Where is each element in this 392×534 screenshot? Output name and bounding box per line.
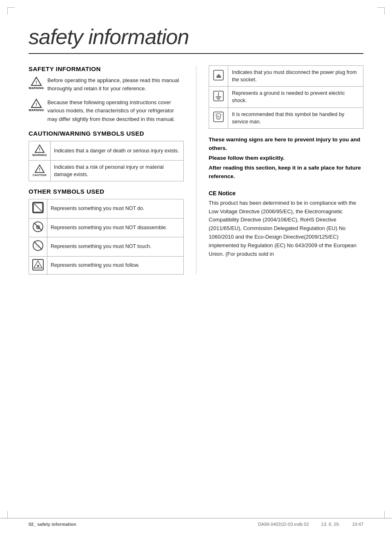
page: safety information SAFETY INFORMATION ! <box>0 0 392 534</box>
no-touch-svg: ☞ <box>32 240 44 251</box>
power-plug-icon-cell: ⏏ <box>209 66 228 87</box>
right-column: ⏏ Indicates that you must disconnect the… <box>196 65 363 275</box>
page-title: safety information <box>29 25 363 54</box>
warning-symbol: ! WARNING <box>32 144 47 157</box>
service-row: ✎ It is recommended that this symbol be … <box>209 107 363 128</box>
warning-label-2: WARNING <box>29 109 44 112</box>
warning-row: ! WARNING Indicates that a danger of dea… <box>29 141 184 160</box>
no-do-icon-cell <box>29 199 47 219</box>
page-footer: 02_ safety information DA99-04031D-03.in… <box>0 518 392 527</box>
ground-text: Represents a ground is needed to prevent… <box>228 87 363 107</box>
caution-icon-cell: ! CAUTION <box>29 160 51 181</box>
must-follow-text: Represents something you must follow. <box>47 256 184 275</box>
warning-icon-1: ! WARNING <box>29 76 44 89</box>
no-touch-icon-cell: ☞ <box>29 237 47 257</box>
caution-row: ! CAUTION Indicates that a risk of perso… <box>29 160 184 181</box>
warning-triangle-2: ! <box>31 98 42 108</box>
ce-notice-heading: CE Notice <box>209 190 363 197</box>
svg-text:!: ! <box>39 168 40 172</box>
warning-triangle-1: ! <box>31 76 42 86</box>
service-icon-cell: ✎ <box>209 107 228 128</box>
warning-line1: These warning signs are here to prevent … <box>209 135 363 153</box>
power-plug-text: Indicates that you must disconnect the p… <box>228 66 363 87</box>
caution-triangle-icon: ! <box>34 164 45 173</box>
safety-text-2: Because these following operating instru… <box>47 98 184 123</box>
ce-notice-text: This product has been determined to be i… <box>209 199 363 259</box>
ground-row: Represents a ground is needed to prevent… <box>209 87 363 107</box>
no-do-icon <box>32 202 44 213</box>
svg-line-9 <box>34 204 42 212</box>
corner-br <box>377 511 385 518</box>
footer-date: 13. 6. 29. <box>321 522 340 527</box>
no-touch-row: ☞ Represents something you must NOT touc… <box>29 237 184 257</box>
footer-right: DA99-04031D-03.indb 02 13. 6. 29. 10:47 <box>258 522 363 527</box>
safety-item-1: ! WARNING Before operating the appliance… <box>29 76 184 93</box>
safety-information-section: SAFETY INFORMATION ! WARNING <box>29 65 184 123</box>
no-touch-icon: ☞ <box>32 240 44 251</box>
two-column-layout: SAFETY INFORMATION ! WARNING <box>29 65 363 275</box>
footer-file: DA99-04031D-03.indb 02 <box>258 522 309 527</box>
ce-notice-section: CE Notice This product has been determin… <box>209 190 363 259</box>
footer-page-label: 02_ safety information <box>29 522 76 527</box>
svg-text:★: ★ <box>36 264 40 268</box>
caution-description: Indicates that a risk of personal injury… <box>50 160 183 181</box>
must-follow-row: ★ Represents something you must follow. <box>29 256 184 275</box>
no-disassemble-text: Represents something you must NOT disass… <box>47 218 184 237</box>
ground-icon <box>213 90 224 102</box>
ground-icon-cell <box>209 87 228 107</box>
page-content: safety information SAFETY INFORMATION ! <box>0 0 392 299</box>
warning-label-1: WARNING <box>29 87 44 89</box>
corner-tl <box>7 7 15 15</box>
safety-text-1: Before operating the appliance, please r… <box>47 76 184 93</box>
other-symbols-heading: OTHER SYMBOLS USED <box>29 188 184 195</box>
no-disassemble-icon-cell: ⚙ <box>29 218 47 237</box>
no-do-svg <box>33 202 43 213</box>
warning-bold-section: These warning signs are here to prevent … <box>209 135 363 181</box>
warning-line2: Please follow them explicitly. <box>209 154 363 163</box>
no-disassemble-svg: ⚙ <box>32 221 44 232</box>
caution-warning-table: ! WARNING Indicates that a danger of dea… <box>29 141 184 181</box>
power-plug-icon: ⏏ <box>213 69 224 81</box>
right-symbol-table: ⏏ Indicates that you must disconnect the… <box>209 65 363 129</box>
warning-description: Indicates that a danger of death or seri… <box>50 141 183 160</box>
warning-triangle-icon: ! <box>34 144 45 153</box>
caution-warning-heading: CAUTION/WARNING SYMBOLS USED <box>29 130 184 137</box>
no-disassemble-icon: ⚙ <box>32 221 44 232</box>
caution-symbol: ! CAUTION <box>32 164 47 177</box>
no-touch-text: Represents something you must NOT touch. <box>47 237 184 257</box>
warning-svg-2: ! <box>31 98 42 108</box>
svg-text:!: ! <box>36 102 37 107</box>
must-follow-icon-cell: ★ <box>29 256 47 275</box>
must-follow-icon: ★ <box>32 259 44 270</box>
corner-bl <box>7 511 15 518</box>
other-symbols-section: OTHER SYMBOLS USED <box>29 188 184 275</box>
svg-text:✎: ✎ <box>217 115 220 119</box>
warning-icon-2: ! WARNING <box>29 98 44 112</box>
warning-symbol-label: WARNING <box>32 153 47 157</box>
svg-text:⏏: ⏏ <box>216 72 221 79</box>
service-text: It is recommended that this symbol be ha… <box>228 107 363 128</box>
power-plug-row: ⏏ Indicates that you must disconnect the… <box>209 66 363 87</box>
warning-icon-cell: ! WARNING <box>29 141 51 160</box>
no-do-text: Represents something you must NOT do. <box>47 199 184 219</box>
footer-time: 10:47 <box>352 522 363 527</box>
no-disassemble-row: ⚙ Represents something you must NOT disa… <box>29 218 184 237</box>
left-column: SAFETY INFORMATION ! WARNING <box>29 65 196 275</box>
no-do-row: Represents something you must NOT do. <box>29 199 184 219</box>
warning-line3: After reading this section, keep it in a… <box>209 163 363 181</box>
other-symbols-table: Represents something you must NOT do. ⚙ <box>29 199 184 275</box>
caution-symbol-label: CAUTION <box>33 173 47 177</box>
warning-svg-1: ! <box>31 76 42 86</box>
svg-text:!: ! <box>39 147 40 152</box>
corner-tr <box>377 7 385 15</box>
svg-text:!: ! <box>36 80 37 85</box>
service-icon: ✎ <box>213 111 224 123</box>
caution-warning-section: CAUTION/WARNING SYMBOLS USED ! <box>29 130 184 181</box>
safety-information-heading: SAFETY INFORMATION <box>29 65 184 72</box>
safety-item-2: ! WARNING Because these following operat… <box>29 98 184 123</box>
must-follow-svg: ★ <box>33 260 43 270</box>
